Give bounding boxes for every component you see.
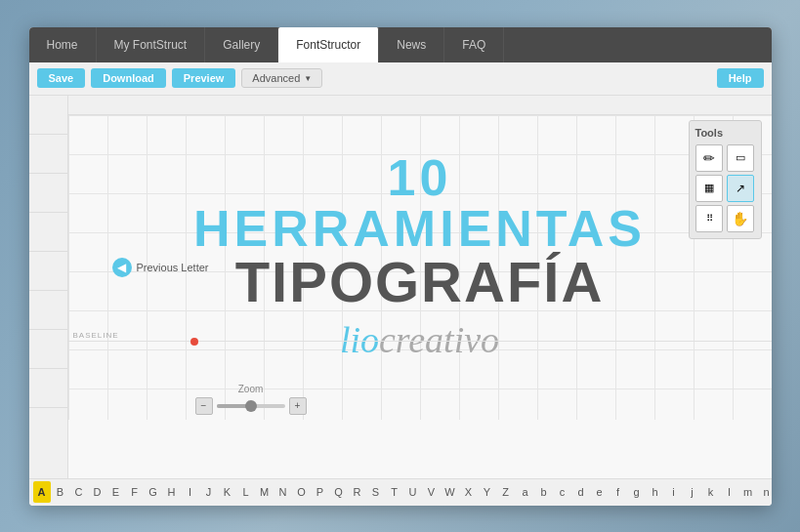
- letter-g[interactable]: g: [628, 481, 646, 503]
- letter-b[interactable]: b: [535, 481, 553, 503]
- letter-a[interactable]: a: [517, 481, 534, 503]
- baseline-line: [68, 341, 772, 342]
- nav-myfonstruct[interactable]: My FontStruct: [97, 27, 206, 62]
- letter-e[interactable]: e: [591, 481, 609, 503]
- pencil-tool[interactable]: ✏: [695, 144, 723, 172]
- hero-line2: TIPOGRAFÍA: [193, 254, 646, 310]
- nav-faq[interactable]: FAQ: [444, 27, 504, 62]
- letter-B[interactable]: B: [52, 481, 69, 503]
- letter-R[interactable]: R: [349, 481, 366, 503]
- letter-L[interactable]: L: [237, 481, 255, 503]
- zoom-area: Zoom − +: [195, 384, 307, 415]
- letter-H[interactable]: H: [163, 481, 181, 503]
- zoom-slider[interactable]: [217, 404, 285, 408]
- preview-button[interactable]: Preview: [172, 68, 236, 88]
- letter-c[interactable]: c: [554, 481, 571, 503]
- hand-tool[interactable]: ✋: [727, 205, 754, 232]
- nav-gallery[interactable]: Gallery: [205, 27, 278, 62]
- letter-d[interactable]: d: [572, 481, 590, 503]
- letter-n[interactable]: n: [758, 481, 772, 503]
- baseline-dot: [190, 338, 198, 346]
- help-button[interactable]: Help: [717, 68, 764, 88]
- letter-m[interactable]: m: [739, 481, 757, 503]
- letter-C[interactable]: C: [70, 481, 88, 503]
- letter-l[interactable]: l: [721, 481, 738, 503]
- letter-S[interactable]: S: [367, 481, 385, 503]
- letter-P[interactable]: P: [312, 481, 329, 503]
- letter-O[interactable]: O: [293, 481, 311, 503]
- letter-W[interactable]: W: [442, 481, 459, 503]
- zoom-label: Zoom: [238, 384, 264, 394]
- zoom-thumb[interactable]: [245, 400, 257, 412]
- letter-F[interactable]: F: [126, 481, 144, 503]
- letter-Y[interactable]: Y: [479, 481, 496, 503]
- top-ruler: [68, 96, 772, 115]
- hero-display: 10 HERRAMIENTAS TIPOGRAFÍA liocreativo: [193, 152, 646, 361]
- letter-bar: A B C D E F G H I J K L M N O P Q R S T …: [29, 478, 772, 506]
- letter-A[interactable]: A: [33, 481, 51, 503]
- dots-tool[interactable]: ⠿: [695, 205, 723, 232]
- letter-k[interactable]: k: [702, 481, 720, 503]
- letter-E[interactable]: E: [107, 481, 125, 503]
- baseline-label: BASELINE: [73, 331, 119, 340]
- letter-N[interactable]: N: [274, 481, 292, 503]
- letter-X[interactable]: X: [460, 481, 478, 503]
- letter-K[interactable]: K: [219, 481, 236, 503]
- toolbar: Save Download Preview Advanced Help: [29, 62, 772, 96]
- letter-J[interactable]: J: [200, 481, 218, 503]
- letter-V[interactable]: V: [423, 481, 441, 503]
- letter-U[interactable]: U: [404, 481, 422, 503]
- zoom-in-button[interactable]: +: [289, 397, 307, 415]
- nav-fontstructor[interactable]: FontStructor: [278, 27, 379, 62]
- letter-M[interactable]: M: [256, 481, 274, 503]
- tools-panel: Tools ✏ ▭ ▦ ↗ ⠿ ✋: [689, 120, 762, 239]
- prev-arrow-icon[interactable]: ◀: [112, 258, 132, 277]
- letter-f[interactable]: f: [610, 481, 627, 503]
- hero-line1: 10 HERRAMIENTAS: [193, 152, 646, 254]
- letter-I[interactable]: I: [182, 481, 199, 503]
- tools-grid: ✏ ▭ ▦ ↗ ⠿ ✋: [695, 144, 755, 232]
- save-button[interactable]: Save: [37, 68, 86, 88]
- letter-Q[interactable]: Q: [330, 481, 348, 503]
- letter-G[interactable]: G: [145, 481, 162, 503]
- letter-i[interactable]: i: [665, 481, 683, 503]
- left-ruler: [29, 96, 68, 478]
- prev-letter-label: Previous Letter: [137, 262, 209, 273]
- prev-letter-nav[interactable]: ◀ Previous Letter: [112, 258, 209, 277]
- advanced-button[interactable]: Advanced: [241, 68, 322, 88]
- canvas-grid-area: 10 HERRAMIENTAS TIPOGRAFÍA liocreativo B…: [68, 115, 772, 420]
- letter-j[interactable]: j: [684, 481, 701, 503]
- nav-home[interactable]: Home: [29, 27, 97, 62]
- zoom-controls: − +: [195, 397, 307, 415]
- letter-D[interactable]: D: [89, 481, 106, 503]
- nav-news[interactable]: News: [379, 27, 444, 62]
- main-canvas-area: 10 HERRAMIENTAS TIPOGRAFÍA liocreativo B…: [29, 96, 772, 478]
- app-window: Home My FontStruct Gallery FontStructor …: [29, 27, 772, 506]
- nav-bar: Home My FontStruct Gallery FontStructor …: [29, 27, 772, 62]
- letter-Z[interactable]: Z: [497, 481, 515, 503]
- grid-inner: 10 HERRAMIENTAS TIPOGRAFÍA liocreativo B…: [68, 115, 772, 420]
- eraser-tool[interactable]: ▭: [727, 144, 754, 172]
- grid-tool[interactable]: ▦: [695, 175, 723, 202]
- download-button[interactable]: Download: [91, 68, 166, 88]
- select-tool[interactable]: ↗: [727, 175, 754, 202]
- zoom-out-button[interactable]: −: [195, 397, 213, 415]
- letter-T[interactable]: T: [386, 481, 403, 503]
- letter-h[interactable]: h: [647, 481, 664, 503]
- tools-title: Tools: [695, 127, 755, 139]
